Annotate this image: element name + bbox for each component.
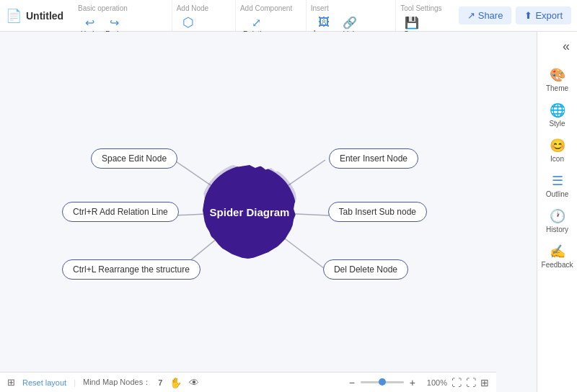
node-ctrl-r-label: Ctrl+R Add Relation Line	[73, 207, 168, 217]
sidebar-toggle-button[interactable]: «	[560, 37, 573, 55]
relation-icon: ⤢	[252, 16, 261, 30]
center-node-label: Spider Diagram	[210, 206, 290, 218]
node-enter-insert[interactable]: Enter Insert Node	[329, 148, 418, 169]
hand-icon[interactable]: ✋	[169, 377, 182, 388]
undo-icon: ↩	[85, 16, 94, 30]
sidebar-item-icon[interactable]: 😊 Icon	[537, 133, 577, 167]
main: Spider Diagram Space Edit Node Enter Ins…	[0, 32, 577, 392]
node-space-edit-label: Space Edit Node	[102, 153, 167, 164]
share-icon: ↗	[467, 10, 475, 21]
grid-icon[interactable]: ⊞	[480, 377, 489, 388]
toolbar-group-toolsettings-label: Tool Settings	[400, 1, 441, 12]
node-space-edit[interactable]: Space Edit Node	[91, 148, 177, 169]
toolbar-group-insert: Insert 🖼 Image 🔗 Link 💬 Comments	[307, 0, 397, 31]
toolbar-group-addnode: Add Node ⬡ Node ⬡ Sub Node	[172, 0, 236, 31]
header: 📄 Untitled Basic operation ↩ Undo ↪ Redo…	[0, 0, 577, 32]
sidebar-item-feedback[interactable]: ✍ Feedback	[537, 239, 577, 273]
save-icon: 💾	[405, 16, 419, 30]
theme-icon: 🎨	[550, 67, 565, 83]
toolbar-group-addcomp: Add Component ⤢ Relation { Summary	[236, 0, 307, 31]
toolbar-group-addnode-label: Add Node	[177, 1, 208, 12]
zoom-plus-button[interactable]: +	[408, 377, 417, 388]
bottombar: ⊞ Reset layout | Mind Map Nodes： 7 ✋ 👁 −…	[0, 372, 496, 392]
style-icon: 🌐	[550, 102, 565, 118]
node-del-delete[interactable]: Del Delete Node	[323, 259, 408, 280]
toolbar-group-toolsettings: Tool Settings 💾 Save 🔺 Collapse	[396, 0, 455, 31]
toolbar-group-basic: Basic operation ↩ Undo ↪ Redo 🖌 Format P…	[74, 0, 172, 31]
node-ctrl-l-label: Ctrl+L Rearrange the structure	[73, 264, 190, 275]
history-label: History	[546, 226, 568, 233]
reset-layout-icon: ⊞	[7, 377, 15, 388]
title-icon: 📄	[6, 8, 22, 24]
sidebar-item-outline[interactable]: ☰ Outline	[537, 169, 577, 202]
toolbar-group-insert-label: Insert	[311, 1, 329, 12]
export-label: Export	[535, 10, 563, 21]
node-map-label: Mind Map Nodes：	[83, 377, 151, 388]
outline-label: Outline	[546, 190, 569, 198]
node-enter-insert-label: Enter Insert Node	[340, 153, 408, 164]
fit-icon[interactable]: ⛶	[452, 377, 462, 388]
toolbar-group-basic-label: Basic operation	[78, 1, 128, 12]
theme-label: Theme	[546, 84, 568, 92]
feedback-icon: ✍	[550, 244, 565, 259]
toolbar: Basic operation ↩ Undo ↪ Redo 🖌 Format P…	[71, 0, 459, 31]
redo-icon: ↪	[110, 16, 119, 30]
node-count: 7	[158, 378, 162, 387]
bottombar-right: − + 100% ⛶ ⛶ ⊞	[348, 377, 489, 388]
title-area: 📄 Untitled	[6, 8, 71, 24]
zoom-level: 100%	[421, 378, 447, 387]
link-icon: 🔗	[343, 16, 357, 30]
sidebar: « 🎨 Theme 🌐 Style 😊 Icon ☰ Outline 🕐 His…	[537, 32, 577, 392]
sidebar-item-theme[interactable]: 🎨 Theme	[537, 63, 577, 97]
outline-icon: ☰	[552, 173, 563, 189]
zoom-slider[interactable]	[361, 381, 404, 383]
zoom-minus-button[interactable]: −	[348, 377, 356, 388]
sep1: |	[74, 378, 76, 387]
image-icon: 🖼	[318, 16, 330, 29]
node-ctrl-r[interactable]: Ctrl+R Add Relation Line	[62, 202, 179, 222]
center-node: Spider Diagram	[203, 165, 296, 259]
style-label: Style	[549, 120, 565, 128]
zoom-thumb	[379, 378, 386, 386]
node-icon: ⬡	[182, 14, 194, 30]
sidebar-item-style[interactable]: 🌐 Style	[537, 98, 577, 132]
canvas[interactable]: Spider Diagram Space Edit Node Enter Ins…	[0, 32, 537, 392]
export-icon: ⬆	[524, 10, 532, 21]
node-ctrl-l[interactable]: Ctrl+L Rearrange the structure	[62, 259, 201, 280]
node-tab-insert-label: Tab Insert Sub node	[339, 207, 416, 217]
toolbar-group-addcomp-label: Add Component	[240, 1, 292, 12]
node-tab-insert[interactable]: Tab Insert Sub node	[328, 202, 427, 222]
eye-icon[interactable]: 👁	[189, 377, 199, 388]
history-icon: 🕐	[550, 208, 565, 224]
share-label: Share	[478, 10, 503, 21]
icon-label: Icon	[550, 155, 564, 163]
reset-layout-label[interactable]: Reset layout	[22, 378, 66, 387]
fullscreen-icon[interactable]: ⛶	[466, 377, 476, 388]
sidebar-toggle-area: «	[537, 37, 577, 55]
share-button[interactable]: ↗ Share	[459, 6, 512, 24]
feedback-label: Feedback	[542, 261, 573, 269]
header-right: ↗ Share ⬆ Export	[459, 6, 571, 24]
app-title: Untitled	[26, 10, 63, 22]
diagram-container: Spider Diagram Space Edit Node Enter Ins…	[62, 97, 437, 327]
icon-icon: 😊	[550, 138, 565, 153]
node-del-delete-label: Del Delete Node	[334, 264, 397, 275]
sidebar-item-history[interactable]: 🕐 History	[537, 204, 577, 238]
export-button[interactable]: ⬆ Export	[516, 6, 571, 24]
